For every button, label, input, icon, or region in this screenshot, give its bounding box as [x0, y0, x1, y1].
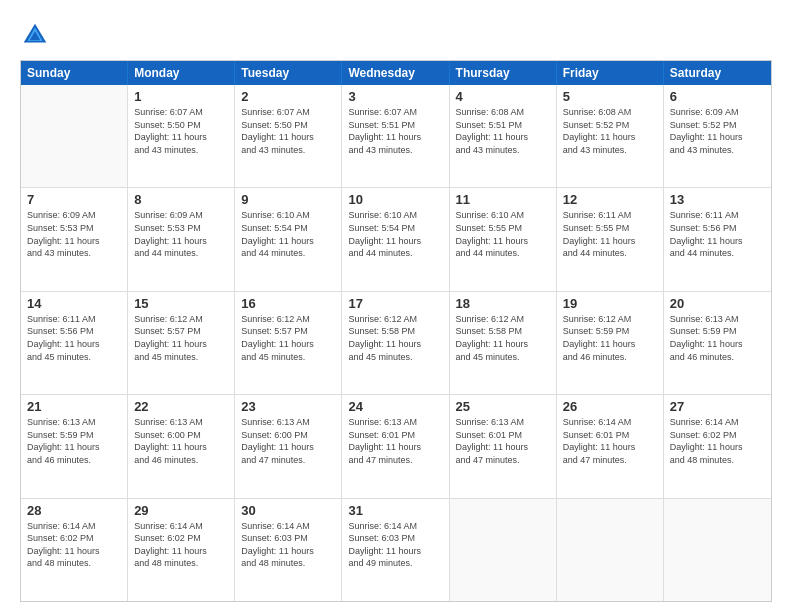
- day-info: Sunrise: 6:13 AMSunset: 5:59 PMDaylight:…: [27, 416, 121, 466]
- calendar-row-3: 14Sunrise: 6:11 AMSunset: 5:56 PMDayligh…: [21, 292, 771, 395]
- day-info: Sunrise: 6:12 AMSunset: 5:58 PMDaylight:…: [348, 313, 442, 363]
- day-cell-2: 2Sunrise: 6:07 AMSunset: 5:50 PMDaylight…: [235, 85, 342, 187]
- day-cell-16: 16Sunrise: 6:12 AMSunset: 5:57 PMDayligh…: [235, 292, 342, 394]
- day-number: 6: [670, 89, 765, 104]
- day-cell-24: 24Sunrise: 6:13 AMSunset: 6:01 PMDayligh…: [342, 395, 449, 497]
- day-cell-19: 19Sunrise: 6:12 AMSunset: 5:59 PMDayligh…: [557, 292, 664, 394]
- day-info: Sunrise: 6:10 AMSunset: 5:54 PMDaylight:…: [241, 209, 335, 259]
- calendar-row-4: 21Sunrise: 6:13 AMSunset: 5:59 PMDayligh…: [21, 395, 771, 498]
- header-cell-sunday: Sunday: [21, 61, 128, 85]
- day-number: 2: [241, 89, 335, 104]
- day-number: 7: [27, 192, 121, 207]
- day-number: 1: [134, 89, 228, 104]
- day-cell-31: 31Sunrise: 6:14 AMSunset: 6:03 PMDayligh…: [342, 499, 449, 601]
- day-info: Sunrise: 6:11 AMSunset: 5:55 PMDaylight:…: [563, 209, 657, 259]
- day-number: 13: [670, 192, 765, 207]
- day-number: 24: [348, 399, 442, 414]
- day-info: Sunrise: 6:07 AMSunset: 5:51 PMDaylight:…: [348, 106, 442, 156]
- day-info: Sunrise: 6:14 AMSunset: 6:02 PMDaylight:…: [670, 416, 765, 466]
- day-info: Sunrise: 6:14 AMSunset: 6:01 PMDaylight:…: [563, 416, 657, 466]
- day-number: 22: [134, 399, 228, 414]
- day-info: Sunrise: 6:14 AMSunset: 6:03 PMDaylight:…: [241, 520, 335, 570]
- day-info: Sunrise: 6:09 AMSunset: 5:52 PMDaylight:…: [670, 106, 765, 156]
- day-cell-14: 14Sunrise: 6:11 AMSunset: 5:56 PMDayligh…: [21, 292, 128, 394]
- day-cell-7: 7Sunrise: 6:09 AMSunset: 5:53 PMDaylight…: [21, 188, 128, 290]
- day-cell-8: 8Sunrise: 6:09 AMSunset: 5:53 PMDaylight…: [128, 188, 235, 290]
- day-number: 4: [456, 89, 550, 104]
- day-info: Sunrise: 6:07 AMSunset: 5:50 PMDaylight:…: [134, 106, 228, 156]
- day-info: Sunrise: 6:09 AMSunset: 5:53 PMDaylight:…: [134, 209, 228, 259]
- empty-cell: [21, 85, 128, 187]
- day-number: 9: [241, 192, 335, 207]
- day-number: 20: [670, 296, 765, 311]
- calendar-body: 1Sunrise: 6:07 AMSunset: 5:50 PMDaylight…: [21, 85, 771, 601]
- day-number: 5: [563, 89, 657, 104]
- day-cell-27: 27Sunrise: 6:14 AMSunset: 6:02 PMDayligh…: [664, 395, 771, 497]
- day-cell-20: 20Sunrise: 6:13 AMSunset: 5:59 PMDayligh…: [664, 292, 771, 394]
- header-cell-monday: Monday: [128, 61, 235, 85]
- calendar-row-2: 7Sunrise: 6:09 AMSunset: 5:53 PMDaylight…: [21, 188, 771, 291]
- day-number: 17: [348, 296, 442, 311]
- day-info: Sunrise: 6:13 AMSunset: 6:00 PMDaylight:…: [134, 416, 228, 466]
- day-cell-18: 18Sunrise: 6:12 AMSunset: 5:58 PMDayligh…: [450, 292, 557, 394]
- day-cell-28: 28Sunrise: 6:14 AMSunset: 6:02 PMDayligh…: [21, 499, 128, 601]
- logo-icon: [20, 20, 50, 50]
- day-number: 28: [27, 503, 121, 518]
- day-cell-21: 21Sunrise: 6:13 AMSunset: 5:59 PMDayligh…: [21, 395, 128, 497]
- day-info: Sunrise: 6:11 AMSunset: 5:56 PMDaylight:…: [27, 313, 121, 363]
- day-number: 15: [134, 296, 228, 311]
- day-cell-4: 4Sunrise: 6:08 AMSunset: 5:51 PMDaylight…: [450, 85, 557, 187]
- day-number: 18: [456, 296, 550, 311]
- day-number: 8: [134, 192, 228, 207]
- day-info: Sunrise: 6:13 AMSunset: 6:00 PMDaylight:…: [241, 416, 335, 466]
- header-cell-saturday: Saturday: [664, 61, 771, 85]
- day-info: Sunrise: 6:09 AMSunset: 5:53 PMDaylight:…: [27, 209, 121, 259]
- day-number: 21: [27, 399, 121, 414]
- day-info: Sunrise: 6:10 AMSunset: 5:55 PMDaylight:…: [456, 209, 550, 259]
- day-info: Sunrise: 6:12 AMSunset: 5:59 PMDaylight:…: [563, 313, 657, 363]
- day-number: 3: [348, 89, 442, 104]
- day-info: Sunrise: 6:14 AMSunset: 6:03 PMDaylight:…: [348, 520, 442, 570]
- day-cell-17: 17Sunrise: 6:12 AMSunset: 5:58 PMDayligh…: [342, 292, 449, 394]
- calendar: SundayMondayTuesdayWednesdayThursdayFrid…: [20, 60, 772, 602]
- day-number: 11: [456, 192, 550, 207]
- day-number: 27: [670, 399, 765, 414]
- day-cell-29: 29Sunrise: 6:14 AMSunset: 6:02 PMDayligh…: [128, 499, 235, 601]
- header: [20, 20, 772, 50]
- day-number: 31: [348, 503, 442, 518]
- day-number: 16: [241, 296, 335, 311]
- day-info: Sunrise: 6:10 AMSunset: 5:54 PMDaylight:…: [348, 209, 442, 259]
- day-info: Sunrise: 6:13 AMSunset: 6:01 PMDaylight:…: [348, 416, 442, 466]
- day-number: 12: [563, 192, 657, 207]
- day-info: Sunrise: 6:11 AMSunset: 5:56 PMDaylight:…: [670, 209, 765, 259]
- day-cell-11: 11Sunrise: 6:10 AMSunset: 5:55 PMDayligh…: [450, 188, 557, 290]
- day-number: 23: [241, 399, 335, 414]
- day-cell-22: 22Sunrise: 6:13 AMSunset: 6:00 PMDayligh…: [128, 395, 235, 497]
- day-cell-30: 30Sunrise: 6:14 AMSunset: 6:03 PMDayligh…: [235, 499, 342, 601]
- empty-cell: [557, 499, 664, 601]
- day-info: Sunrise: 6:13 AMSunset: 5:59 PMDaylight:…: [670, 313, 765, 363]
- empty-cell: [450, 499, 557, 601]
- day-info: Sunrise: 6:12 AMSunset: 5:57 PMDaylight:…: [241, 313, 335, 363]
- day-cell-26: 26Sunrise: 6:14 AMSunset: 6:01 PMDayligh…: [557, 395, 664, 497]
- day-info: Sunrise: 6:07 AMSunset: 5:50 PMDaylight:…: [241, 106, 335, 156]
- day-cell-23: 23Sunrise: 6:13 AMSunset: 6:00 PMDayligh…: [235, 395, 342, 497]
- day-cell-15: 15Sunrise: 6:12 AMSunset: 5:57 PMDayligh…: [128, 292, 235, 394]
- day-cell-6: 6Sunrise: 6:09 AMSunset: 5:52 PMDaylight…: [664, 85, 771, 187]
- day-cell-25: 25Sunrise: 6:13 AMSunset: 6:01 PMDayligh…: [450, 395, 557, 497]
- calendar-row-1: 1Sunrise: 6:07 AMSunset: 5:50 PMDaylight…: [21, 85, 771, 188]
- day-number: 30: [241, 503, 335, 518]
- day-info: Sunrise: 6:13 AMSunset: 6:01 PMDaylight:…: [456, 416, 550, 466]
- day-cell-10: 10Sunrise: 6:10 AMSunset: 5:54 PMDayligh…: [342, 188, 449, 290]
- day-info: Sunrise: 6:14 AMSunset: 6:02 PMDaylight:…: [134, 520, 228, 570]
- day-info: Sunrise: 6:14 AMSunset: 6:02 PMDaylight:…: [27, 520, 121, 570]
- header-cell-tuesday: Tuesday: [235, 61, 342, 85]
- day-number: 25: [456, 399, 550, 414]
- day-cell-1: 1Sunrise: 6:07 AMSunset: 5:50 PMDaylight…: [128, 85, 235, 187]
- day-number: 29: [134, 503, 228, 518]
- day-number: 19: [563, 296, 657, 311]
- page: SundayMondayTuesdayWednesdayThursdayFrid…: [0, 0, 792, 612]
- day-info: Sunrise: 6:08 AMSunset: 5:51 PMDaylight:…: [456, 106, 550, 156]
- day-info: Sunrise: 6:08 AMSunset: 5:52 PMDaylight:…: [563, 106, 657, 156]
- day-info: Sunrise: 6:12 AMSunset: 5:57 PMDaylight:…: [134, 313, 228, 363]
